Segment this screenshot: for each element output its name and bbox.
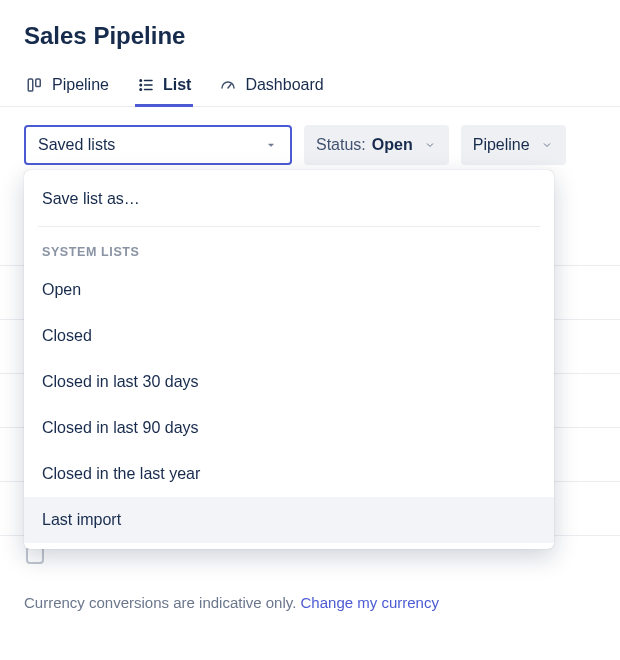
pipeline-filter[interactable]: Pipeline: [461, 125, 566, 165]
dropdown-label: Saved lists: [38, 136, 115, 154]
kanban-icon: [26, 76, 44, 94]
svg-line-8: [228, 84, 231, 88]
tab-list[interactable]: List: [135, 68, 193, 107]
chevron-down-icon: [423, 138, 437, 152]
tab-dashboard[interactable]: Dashboard: [217, 68, 325, 107]
filter-label: Pipeline: [473, 136, 530, 154]
tab-label: List: [163, 76, 191, 94]
change-currency-link[interactable]: Change my currency: [301, 594, 439, 611]
menu-item-closed[interactable]: Closed: [24, 313, 554, 359]
saved-lists-menu: Save list as… SYSTEM LISTS Open Closed C…: [24, 170, 554, 549]
menu-item-open[interactable]: Open: [24, 267, 554, 313]
saved-lists-dropdown[interactable]: Saved lists: [24, 125, 292, 165]
menu-item-closed-30[interactable]: Closed in last 30 days: [24, 359, 554, 405]
gauge-icon: [219, 76, 237, 94]
chevron-down-icon: [540, 138, 554, 152]
currency-footer: Currency conversions are indicative only…: [24, 594, 439, 611]
svg-point-4: [140, 84, 142, 86]
menu-section-header: SYSTEM LISTS: [24, 231, 554, 267]
footer-text: Currency conversions are indicative only…: [24, 594, 301, 611]
caret-down-icon: [264, 138, 278, 152]
page-title: Sales Pipeline: [24, 22, 596, 50]
menu-item-save-as[interactable]: Save list as…: [24, 176, 554, 222]
svg-rect-0: [28, 79, 33, 91]
menu-item-closed-90[interactable]: Closed in last 90 days: [24, 405, 554, 451]
svg-point-2: [140, 80, 142, 82]
filter-bar: Saved lists Status: Open Pipeline: [24, 107, 596, 177]
tab-label: Pipeline: [52, 76, 109, 94]
filter-label: Status:: [316, 136, 366, 154]
status-filter[interactable]: Status: Open: [304, 125, 449, 165]
svg-point-6: [140, 89, 142, 91]
tab-pipeline[interactable]: Pipeline: [24, 68, 111, 107]
menu-divider: [38, 226, 540, 227]
svg-rect-1: [36, 79, 41, 87]
menu-item-closed-year[interactable]: Closed in the last year: [24, 451, 554, 497]
list-icon: [137, 76, 155, 94]
menu-item-last-import[interactable]: Last import: [24, 497, 554, 543]
filter-value: Open: [372, 136, 413, 154]
tab-label: Dashboard: [245, 76, 323, 94]
view-tabs: Pipeline List Da: [0, 68, 620, 107]
